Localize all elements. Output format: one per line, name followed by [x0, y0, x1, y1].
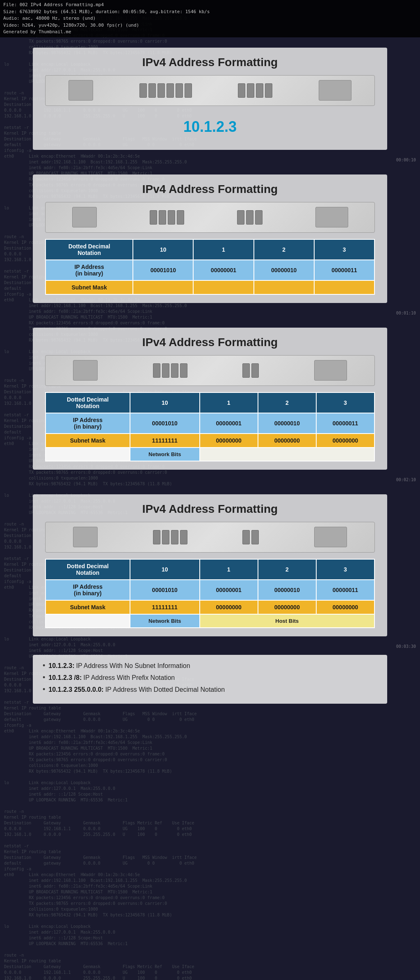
hw-port — [159, 210, 166, 225]
timestamp-2: 00:01:10 — [396, 311, 416, 315]
table-3-header-3: 3 — [316, 392, 374, 413]
hw-slot — [68, 80, 93, 101]
table-4-ip-val-1: 00000001 — [200, 580, 258, 600]
bullet-dot-3: • — [43, 685, 45, 694]
section-3: IPv4 Address Formatting Dot — [0, 317, 420, 484]
section-3-wrapper: IPv4 Address Formatting Dot — [0, 317, 420, 484]
timestamp-1: 00:00:10 — [396, 158, 416, 162]
file-info-line4: Video: h264, yuv420p, 1280x720, 30.00 fp… — [3, 22, 417, 29]
section-4-bg: IPv4 Address Formatting Dot — [33, 494, 387, 636]
table-2-subnet-row: Subnet Mask — [46, 280, 374, 294]
table-3-header-row: Dotted DecimalNotation 10 1 2 3 — [46, 392, 374, 413]
table-4-header-label: Dotted DecimalNotation — [46, 559, 130, 580]
hw-port — [162, 363, 169, 378]
table-2-ip-val-1: 00000001 — [193, 260, 253, 280]
hw-slot-4b — [314, 527, 347, 547]
table-4-subnet-row: Subnet Mask 11111111 00000000 00000000 0… — [46, 600, 374, 614]
table-3-empty-label — [46, 448, 130, 461]
hw-slot-4 — [73, 527, 98, 547]
section-2-wrapper: IPv4 Address Formatting — [0, 164, 420, 317]
table-3-ip-label: IP Address(in binary) — [46, 413, 130, 434]
table-3-header-10: 10 — [130, 392, 200, 413]
table-4-host-bits-label: Host Bits — [200, 614, 374, 628]
table-2-header-1: 1 — [193, 239, 253, 260]
table-2-subnet-val-0 — [133, 280, 193, 294]
file-info-line3: Audio: aac, 48000 Hz, stereo (und) — [3, 15, 417, 22]
hw-port — [256, 83, 263, 98]
hw-port — [148, 83, 156, 98]
section-4: IPv4 Address Formatting Dot — [0, 484, 420, 651]
hw-port — [171, 530, 178, 544]
bullet-section: • 10.1.2.3: IP Address With No Subnet In… — [0, 651, 420, 716]
table-4-subnet-val-0: 11111111 — [130, 600, 200, 614]
table-3-ip-val-3: 00000011 — [316, 413, 374, 434]
hw-port — [242, 530, 250, 544]
section-4-wrapper: IPv4 Address Formatting Dot — [0, 484, 420, 651]
table-4-header-row: Dotted DecimalNotation 10 1 2 3 — [46, 559, 374, 580]
table-3-subnet-val-0: 11111111 — [130, 434, 200, 448]
table-2-header-3: 3 — [314, 239, 374, 260]
table-2-header-10: 10 — [133, 239, 193, 260]
table-3-ip-row: IP Address(in binary) 00001010 00000001 … — [46, 413, 374, 434]
bullet-2-bold: 10.1.2.3 /8: — [48, 674, 82, 682]
table-4-header-1: 1 — [200, 559, 258, 580]
file-info-line1: File: 002 IPv4 Address Formatting.mp4 — [3, 2, 417, 9]
section-3-title: IPv4 Address Formatting — [45, 336, 375, 349]
table-3-ip-val-0: 00001010 — [130, 413, 200, 434]
table-3-ip-val-1: 00000001 — [200, 413, 258, 434]
bullet-1-rest: IP Address With No Subnet Information — [76, 662, 190, 670]
section-2: IPv4 Address Formatting — [0, 164, 420, 317]
hw-port — [185, 83, 192, 98]
table-2-ip-val-2: 00000010 — [254, 260, 314, 280]
table-4-subnet-label: Subnet Mask — [46, 600, 130, 614]
hw-port — [251, 363, 259, 378]
table-4-subnet-val-2: 00000000 — [258, 600, 316, 614]
section-4-title: IPv4 Address Formatting — [45, 503, 375, 516]
table-4-network-bits-label: Network Bits — [130, 614, 200, 628]
hw-port — [242, 363, 250, 378]
table-4-empty-label — [46, 614, 130, 628]
hw-port — [247, 83, 254, 98]
table-4-ip-val-0: 00001010 — [130, 580, 200, 600]
bullet-list: • 10.1.2.3: IP Address With No Subnet In… — [43, 661, 377, 694]
hw-port — [251, 530, 259, 544]
hw-port — [180, 530, 187, 544]
table-4: Dotted DecimalNotation 10 1 2 3 IP Addre… — [45, 559, 375, 628]
table-4-subnet-val-3: 00000000 — [316, 600, 374, 614]
timestamp-3: 00:02:10 — [396, 477, 416, 482]
table-4-header-10: 10 — [130, 559, 200, 580]
hw-port — [177, 210, 184, 225]
bullet-3-bold: 10.1.2.3 255.0.0.0: — [48, 686, 103, 693]
table-4-ip-val-3: 00000011 — [316, 580, 374, 600]
table-3-subnet-val-2: 00000000 — [258, 434, 316, 448]
section-2-bg: IPv4 Address Formatting — [33, 174, 387, 303]
hw-slot-3b — [314, 360, 347, 381]
hw-mockup-3 — [45, 355, 375, 386]
table-2-header-row: Dotted DecimalNotation 10 1 2 3 — [46, 239, 374, 260]
table-3-networkbits-row: Network Bits — [46, 448, 374, 461]
table-4-labels-row: Network Bits Host Bits — [46, 614, 374, 628]
table-2-ip-val-3: 00000011 — [314, 260, 374, 280]
table-2-subnet-label: Subnet Mask — [46, 280, 133, 294]
hw-port — [176, 83, 183, 98]
section-1-wrapper: IPv4 Address Formatting — [0, 37, 420, 164]
table-2-ip-row: IP Address(in binary) 00001010 00000001 … — [46, 260, 374, 280]
hw-port — [162, 530, 169, 544]
table-2-subnet-val-1 — [193, 280, 253, 294]
hw-slot-2 — [72, 207, 97, 227]
table-3-header-label: Dotted DecimalNotation — [46, 392, 130, 413]
file-info-bar: File: 002 IPv4 Address Formatting.mp4 Si… — [0, 0, 420, 37]
table-3-subnet-label: Subnet Mask — [46, 434, 130, 448]
bullet-dot-1: • — [43, 661, 45, 670]
table-4-subnet-val-1: 00000000 — [200, 600, 258, 614]
table-3-empty-span — [200, 448, 374, 461]
section-1: IPv4 Address Formatting — [0, 37, 420, 164]
table-2-header-2: 2 — [254, 239, 314, 260]
bullet-1-bold: 10.1.2.3: — [48, 662, 74, 670]
table-3-network-bits-label: Network Bits — [130, 448, 200, 461]
ip-big-display: 10.1.2.3 — [45, 112, 375, 142]
hw-port — [139, 83, 147, 98]
table-2-ip-val-0: 00001010 — [133, 260, 193, 280]
hw-port — [168, 210, 175, 225]
hw-port — [180, 363, 187, 378]
